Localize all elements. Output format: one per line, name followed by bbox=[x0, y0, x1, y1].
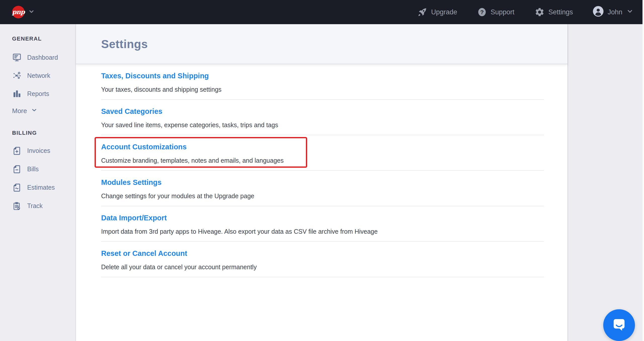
scrollbar[interactable] bbox=[642, 0, 644, 341]
upgrade-button[interactable]: Upgrade bbox=[417, 7, 457, 17]
topbar: pnp Upgrade bbox=[0, 0, 644, 24]
settings-item-modules: Modules Settings Change settings for you… bbox=[101, 171, 544, 206]
sidebar-item-label: Bills bbox=[27, 165, 39, 173]
user-name: John bbox=[608, 8, 622, 16]
sidebar-item-track[interactable]: Track bbox=[12, 197, 75, 215]
reports-icon bbox=[12, 89, 22, 98]
chat-launcher-button[interactable] bbox=[603, 309, 635, 341]
sidebar-section-billing: BILLING bbox=[12, 130, 75, 136]
sidebar-more-label: More bbox=[12, 107, 27, 115]
sidebar-item-estimates[interactable]: Estimates bbox=[12, 178, 75, 197]
gear-icon bbox=[535, 7, 545, 17]
account-switcher[interactable]: pnp bbox=[12, 6, 35, 18]
sidebar-section-general: GENERAL bbox=[12, 36, 75, 42]
bill-icon bbox=[12, 164, 22, 174]
avatar-icon bbox=[593, 6, 603, 18]
sidebar-item-label: Dashboard bbox=[27, 54, 58, 61]
data-import-export-link[interactable]: Data Import/Export bbox=[101, 214, 167, 222]
rocket-icon bbox=[417, 7, 427, 17]
settings-item-description: Your taxes, discounts and shipping setti… bbox=[101, 86, 544, 93]
main-panel: Settings Taxes, Discounts and Shipping Y… bbox=[76, 24, 568, 341]
settings-item-taxes: Taxes, Discounts and Shipping Your taxes… bbox=[101, 64, 544, 100]
saved-categories-link[interactable]: Saved Categories bbox=[101, 107, 162, 116]
settings-nav-label: Settings bbox=[548, 8, 573, 16]
support-button[interactable]: ? Support bbox=[477, 7, 514, 17]
user-menu[interactable]: John bbox=[593, 6, 633, 18]
settings-page: pnp Upgrade bbox=[0, 0, 644, 341]
settings-item-description: Your saved line items, expense categorie… bbox=[101, 121, 544, 129]
sidebar-item-label: Estimates bbox=[27, 184, 55, 191]
support-label: Support bbox=[491, 8, 514, 16]
svg-text:?: ? bbox=[480, 9, 484, 15]
modules-settings-link[interactable]: Modules Settings bbox=[101, 178, 162, 187]
chevron-down-icon bbox=[28, 8, 35, 16]
chevron-down-icon bbox=[31, 107, 37, 115]
question-icon: ? bbox=[477, 7, 487, 17]
chat-bubble-icon bbox=[609, 315, 629, 335]
settings-item-description: Delete all your data or cancel your acco… bbox=[101, 263, 544, 271]
settings-item-description: Change settings for your modules at the … bbox=[101, 192, 544, 200]
settings-item-saved-categories: Saved Categories Your saved line items, … bbox=[101, 100, 544, 135]
sidebar-more-button[interactable]: More bbox=[12, 103, 75, 119]
track-icon bbox=[12, 201, 22, 211]
taxes-discounts-shipping-link[interactable]: Taxes, Discounts and Shipping bbox=[101, 72, 209, 80]
settings-item-account-customizations: Account Customizations Customize brandin… bbox=[101, 135, 544, 171]
account-customizations-link[interactable]: Account Customizations bbox=[101, 143, 187, 151]
settings-list: Taxes, Discounts and Shipping Your taxes… bbox=[76, 64, 568, 277]
settings-item-description: Customize branding, templates, notes and… bbox=[101, 157, 544, 164]
topnav: Upgrade ? Support Settings bbox=[417, 6, 633, 18]
estimate-icon bbox=[12, 183, 22, 192]
page-title: Settings bbox=[101, 37, 148, 51]
invoice-icon bbox=[12, 146, 22, 156]
chevron-down-icon bbox=[626, 8, 633, 17]
dashboard-icon bbox=[12, 53, 22, 62]
company-logo[interactable]: pnp bbox=[12, 6, 25, 18]
sidebar-item-label: Network bbox=[27, 72, 50, 79]
settings-nav-button[interactable]: Settings bbox=[535, 7, 573, 17]
settings-item-reset-cancel: Reset or Cancel Account Delete all your … bbox=[101, 242, 544, 277]
sidebar-item-label: Track bbox=[27, 202, 43, 210]
sidebar-item-dashboard[interactable]: Dashboard bbox=[12, 48, 75, 66]
upgrade-label: Upgrade bbox=[431, 8, 457, 16]
settings-item-description: Import data from 3rd party apps to Hivea… bbox=[101, 228, 544, 235]
sidebar-item-invoices[interactable]: Invoices bbox=[12, 142, 75, 160]
page-header: Settings bbox=[76, 24, 568, 64]
reset-cancel-account-link[interactable]: Reset or Cancel Account bbox=[101, 249, 187, 258]
sidebar-item-bills[interactable]: Bills bbox=[12, 160, 75, 178]
sidebar-item-reports[interactable]: Reports bbox=[12, 85, 75, 103]
company-logo-text: pnp bbox=[12, 8, 25, 16]
network-icon bbox=[12, 71, 22, 80]
sidebar-item-label: Reports bbox=[27, 90, 49, 97]
sidebar-item-label: Invoices bbox=[27, 147, 50, 154]
settings-item-import-export: Data Import/Export Import data from 3rd … bbox=[101, 206, 544, 242]
sidebar-item-network[interactable]: Network bbox=[12, 66, 75, 85]
sidebar: GENERAL Dashboard bbox=[0, 24, 76, 341]
